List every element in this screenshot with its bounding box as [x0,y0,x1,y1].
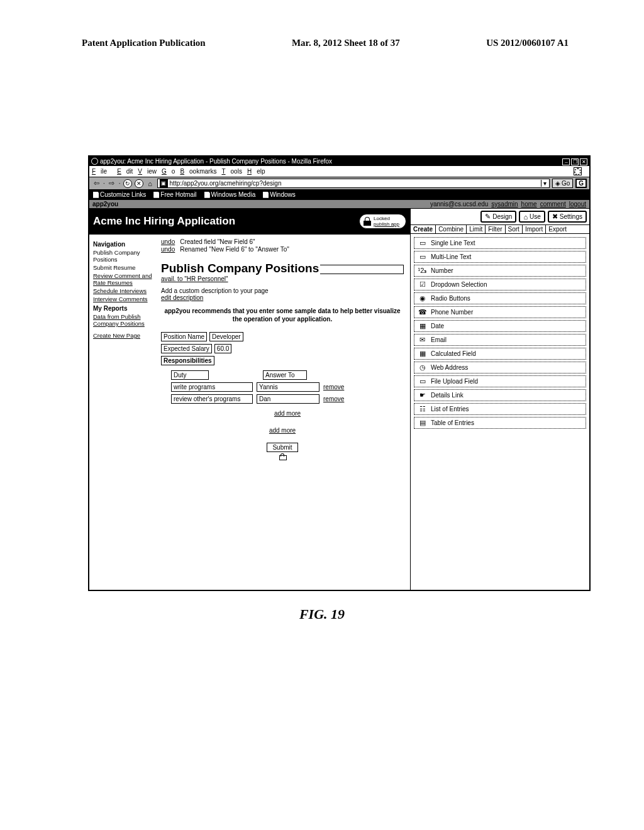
table-icon: ▤ [418,419,427,427]
url-input[interactable] [170,180,541,187]
field-table-entries[interactable]: ▤Table of Entries [414,417,586,429]
add-more-fields[interactable]: add more [269,427,296,434]
maximize-button[interactable]: ❐ [571,158,579,165]
field-radio[interactable]: ◉Radio Buttons [414,292,586,304]
tab-filter[interactable]: Filter [486,225,505,233]
bm-windows-media[interactable]: Windows Media [204,191,256,198]
undo-link-1[interactable]: undo [161,238,175,245]
patent-header: Patent Application Publication Mar. 8, 2… [0,0,644,55]
duty-row1[interactable]: write programs [171,382,253,392]
tab-export[interactable]: Export [546,225,569,233]
nav-submit-resume[interactable]: Submit Resume [93,264,155,271]
field-number[interactable]: ¹2₃Number [414,265,586,277]
field-email[interactable]: ✉Email [414,334,586,346]
responsibilities-label[interactable]: Responsibilities [161,356,214,365]
nav-publish-positions[interactable]: Publish Company Positions [93,249,155,263]
position-name-value[interactable]: Developer [209,332,243,341]
nav-schedule-interviews[interactable]: Schedule Interviews [93,287,155,294]
reload-button[interactable]: ↻ [123,179,132,188]
back-button[interactable]: ⇦ [92,180,101,187]
page-icon [153,192,159,198]
nav-create-new-page[interactable]: Create New Page [93,332,155,339]
tab-combine[interactable]: Combine [436,225,467,233]
bm-free-hotmail[interactable]: Free Hotmail [153,191,196,198]
publish-app-link[interactable]: publish app [374,221,399,227]
field-list-entries[interactable]: ☷List of Entries [414,403,586,415]
link-sysadmin[interactable]: sysadmin [491,201,518,208]
lock-pill[interactable]: Locked publish app [359,214,406,229]
menu-tools[interactable]: Tools [221,168,242,175]
menu-go[interactable]: Go [162,168,175,175]
field-details-link[interactable]: ☛Details Link [414,389,586,401]
position-name-label[interactable]: Position Name [161,332,207,341]
field-single-line-text[interactable]: ▭Single Line Text [414,237,586,249]
answerto-row2[interactable]: Dan [257,394,319,404]
field-web-address[interactable]: ◷Web Address [414,362,586,374]
tab-sort[interactable]: Sort [506,225,523,233]
undo-link-2[interactable]: undo [161,246,175,253]
tab-create[interactable]: Create [411,225,436,233]
mode-use[interactable]: ⌂Use [519,211,545,223]
availability-link[interactable]: avail. to "HR Personnel" [161,275,228,282]
page-icon [204,192,210,198]
link-icon: ☛ [418,391,427,399]
bm-customize-links[interactable]: Customize Links [93,191,146,198]
col-header-duty[interactable]: Duty [171,370,209,380]
duty-row2[interactable]: review other's programs [171,394,253,404]
col-header-answer-to[interactable]: Answer To [263,370,307,380]
field-calculated[interactable]: ▦Calculated Field [414,348,586,360]
menu-file[interactable]: File [92,168,112,175]
field-file-upload[interactable]: ▭File Upload Field [414,375,586,387]
field-multi-line-text[interactable]: ▭Multi-Line Text [414,251,586,263]
nav-review-resumes[interactable]: Review Comment and Rate Resumes [93,272,155,286]
stop-button[interactable]: ✕ [135,179,143,188]
page-title-input[interactable] [320,265,404,274]
add-more-rows[interactable]: add more [274,410,301,417]
link-home[interactable]: home [521,201,537,208]
tab-limit[interactable]: Limit [467,225,486,233]
forward-button[interactable]: ⇨ [108,180,116,187]
nav-interview-comments[interactable]: Interview Comments [93,296,155,302]
nav-report-positions[interactable]: Data from Publish Company Positions [93,313,155,327]
browser-window: app2you: Acme Inc Hiring Application - P… [88,155,591,591]
patent-sheet: Mar. 8, 2012 Sheet 18 of 37 [292,38,400,48]
close-button[interactable]: ✕ [580,158,587,165]
menu-view[interactable]: View [138,168,157,175]
lock-icon [364,217,371,226]
bm-windows[interactable]: Windows [263,191,296,198]
mode-settings[interactable]: ✖Settings [548,211,587,223]
field-phone[interactable]: ☎Phone Number [414,306,586,318]
firefox-throbber-icon [574,167,582,175]
minimize-button[interactable]: – [562,158,570,165]
menu-edit[interactable]: Edit [117,168,133,175]
field-dropdown[interactable]: ☑Dropdown Selection [414,279,586,290]
bookmarks-bar: Customize Links Free Hotmail Windows Med… [89,190,589,200]
remove-row2[interactable]: remove [323,396,344,402]
tab-import[interactable]: Import [523,225,546,233]
menu-bookmarks[interactable]: Bookmarks [180,168,216,175]
expected-salary-value[interactable]: 60.0 [214,344,231,353]
search-engine-button[interactable]: G [575,179,587,188]
go-button[interactable]: ◈ Go [552,179,573,188]
user-email: yannis@cs.ucsd.edu [430,201,488,208]
remove-row1[interactable]: remove [323,384,344,390]
url-dropdown[interactable]: ▾ [541,180,549,187]
mode-design[interactable]: ✎Design [480,211,516,223]
page-title: Publish Company Positions [161,262,319,275]
house-icon: ⌂ [523,213,528,221]
edit-description-link[interactable]: edit description [161,294,203,301]
submit-button[interactable]: Submit [267,443,297,452]
field-date[interactable]: ▦Date [414,320,586,332]
app-title-block: Acme Inc Hiring Application Locked publi… [89,209,410,235]
home-button[interactable]: ⌂ [146,180,155,187]
address-bar[interactable]: ▣ ▾ [157,179,550,188]
answerto-row1[interactable]: Yannis [257,382,319,392]
link-logout[interactable]: logout [569,201,586,208]
recommendation-text: app2you recommends that you enter some s… [161,307,404,323]
window-title: app2you: Acme Inc Hiring Application - P… [100,158,332,165]
field-tabs: Create Combine Limit Filter Sort Import … [411,224,589,234]
expected-salary-label[interactable]: Expected Salary [161,344,212,353]
link-comment[interactable]: comment [540,201,566,208]
menu-help[interactable]: Help [247,168,265,175]
textarea-icon: ▭ [418,253,427,261]
